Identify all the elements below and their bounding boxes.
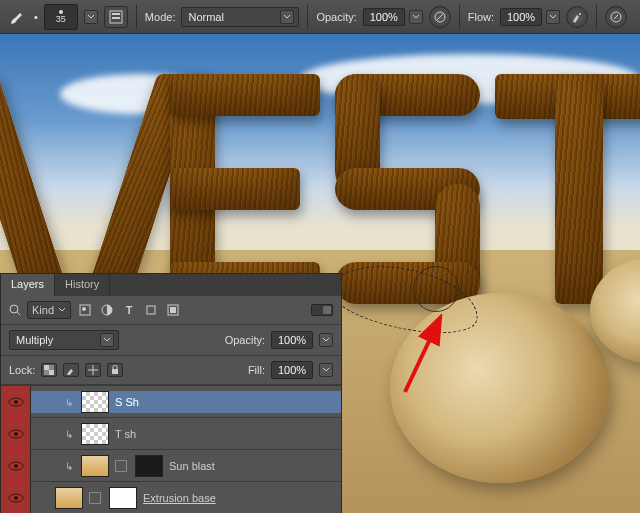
layer-blend-mode-value: Multiply [16,334,53,346]
tab-layers[interactable]: Layers [1,274,55,296]
blend-row: Multiply Opacity: 100% [1,325,341,356]
layer-row[interactable]: Extrusion base [1,481,341,513]
blend-mode-dropdown[interactable]: Normal [181,7,299,27]
mask-link-icon[interactable] [115,460,127,472]
brush-options-bar: • 35 Mode: Normal Opacity: 100% Flow: 10… [0,0,640,34]
separator [459,5,460,29]
svg-rect-11 [168,305,178,315]
eye-icon [8,493,24,503]
flow-label: Flow: [468,11,494,23]
brush-tool-icon[interactable] [6,6,28,28]
tablet-pressure-icon[interactable] [605,6,627,28]
svg-point-22 [14,464,18,468]
filter-toggle[interactable] [311,304,333,316]
chevron-down-icon [100,333,114,347]
lock-position-icon[interactable] [85,363,101,377]
layer-name[interactable]: Sun blast [169,460,215,472]
visibility-toggle[interactable] [1,482,31,514]
visibility-toggle[interactable] [1,450,31,482]
mask-thumbnail[interactable] [135,455,163,477]
svg-rect-15 [49,370,54,375]
mask-thumbnail[interactable] [109,487,137,509]
brush-preset-picker[interactable]: 35 [44,4,78,30]
layer-opacity-input[interactable]: 100% [271,331,313,349]
fill-input[interactable]: 100% [271,361,313,379]
pressure-opacity-icon[interactable] [429,6,451,28]
filter-adjustment-icon[interactable] [99,302,115,318]
svg-rect-16 [112,369,118,374]
svg-rect-7 [80,305,90,315]
svg-point-6 [10,305,18,313]
lock-transparency-icon[interactable] [41,363,57,377]
svg-rect-2 [112,17,120,19]
mask-link-icon[interactable] [89,492,101,504]
layer-name[interactable]: Extrusion base [143,492,216,504]
layer-row[interactable]: ↳ S Sh [1,385,341,417]
layers-panel: Layers History Kind T Multiply Opacity: … [0,273,342,513]
filter-kind-value: Kind [32,304,54,316]
layer-name[interactable]: T sh [115,428,136,440]
svg-point-3 [435,12,445,22]
svg-point-19 [9,430,23,438]
brush-preset-flyout[interactable] [84,10,98,24]
flow-input[interactable]: 100% [500,8,542,26]
svg-rect-0 [110,11,122,23]
layer-row[interactable]: ↳ T sh [1,417,341,449]
filter-shape-icon[interactable] [143,302,159,318]
separator [136,5,137,29]
filter-smart-icon[interactable] [165,302,181,318]
fill-label: Fill: [248,364,265,376]
eye-icon [8,429,24,439]
clip-indicator-icon: ↳ [65,397,75,408]
svg-point-24 [14,496,18,500]
clip-indicator-icon: ↳ [65,429,75,440]
svg-point-4 [579,13,581,15]
lock-label: Lock: [9,364,35,376]
brush-cursor [413,266,459,312]
svg-point-18 [14,400,18,404]
layer-list: ↳ S Sh ↳ T sh ↳ Sun blast [1,385,341,513]
letter-e [170,74,320,304]
fill-flyout[interactable] [319,363,333,377]
separator [596,5,597,29]
filter-pixel-icon[interactable] [77,302,93,318]
layer-thumbnail[interactable] [81,455,109,477]
svg-rect-14 [44,365,49,370]
airbrush-icon[interactable] [566,6,588,28]
chevron-down-icon [280,10,294,24]
layer-thumbnail[interactable] [81,423,109,445]
svg-point-17 [9,398,23,406]
visibility-toggle[interactable] [1,418,31,450]
opacity-flyout[interactable] [409,10,423,24]
layer-thumbnail[interactable] [55,487,83,509]
opacity-input[interactable]: 100% [363,8,405,26]
layer-opacity-label: Opacity: [225,334,265,346]
svg-rect-12 [170,307,176,313]
lock-pixels-icon[interactable] [63,363,79,377]
layer-thumbnail[interactable] [81,391,109,413]
layer-blend-mode-dropdown[interactable]: Multiply [9,330,119,350]
mode-label: Mode: [145,11,176,23]
lock-all-icon[interactable] [107,363,123,377]
clip-indicator-icon: ↳ [65,461,75,472]
brush-panel-toggle-icon[interactable] [104,6,128,28]
separator [307,5,308,29]
dot-icon: • [34,11,38,23]
flow-flyout[interactable] [546,10,560,24]
filter-kind-dropdown[interactable]: Kind [27,301,71,319]
tab-history[interactable]: History [55,274,110,296]
svg-rect-13 [44,365,54,375]
filter-type-icon[interactable]: T [121,302,137,318]
svg-point-23 [9,494,23,502]
layer-opacity-flyout[interactable] [319,333,333,347]
lock-row: Lock: Fill: 100% [1,356,341,385]
blend-mode-value: Normal [188,11,223,23]
chevron-down-icon [58,306,66,314]
svg-point-8 [82,307,86,311]
eye-icon [8,397,24,407]
layer-row[interactable]: ↳ Sun blast [1,449,341,481]
panel-tabs: Layers History [1,274,341,296]
layer-name[interactable]: S Sh [115,396,139,408]
visibility-toggle[interactable] [1,386,31,418]
eye-icon [8,461,24,471]
